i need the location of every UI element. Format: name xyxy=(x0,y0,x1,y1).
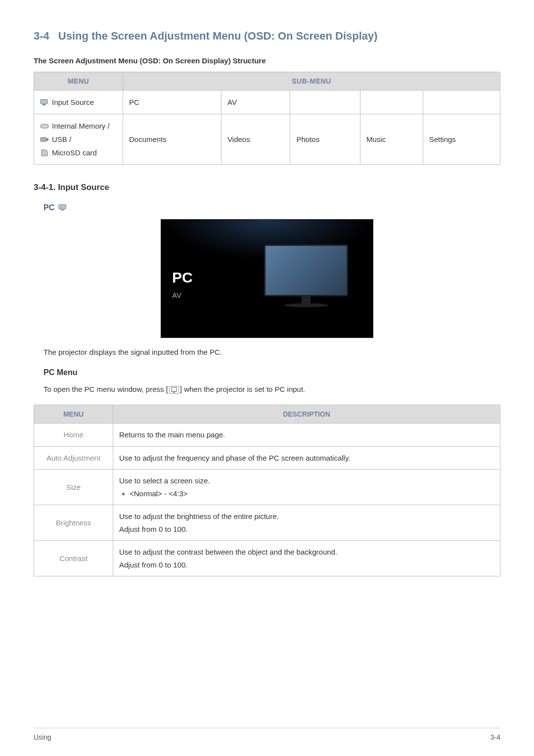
menu-description: Use to adjust the brightness of the enti… xyxy=(113,505,500,541)
page-footer: Using 3-4 xyxy=(34,728,500,741)
table-row: Contrast Use to adjust the contrast betw… xyxy=(34,541,500,576)
pc-menu-heading: PC Menu xyxy=(44,368,500,377)
pc-heading-text: PC xyxy=(44,203,54,212)
menu-description: Use to adjust the frequency and phase of… xyxy=(113,446,500,470)
table-row: Input Source PC AV xyxy=(34,91,500,114)
pc-description: The projector displays the signal inputt… xyxy=(44,347,500,358)
structure-th-menu: MENU xyxy=(34,72,123,91)
monitor-illustration xyxy=(264,244,348,307)
svg-rect-7 xyxy=(172,387,177,391)
desc-th-description: DESCRIPTION xyxy=(113,405,500,424)
menu-label: Input Source xyxy=(52,95,94,109)
svg-rect-8 xyxy=(173,392,175,393)
table-row: Home Returns to the main menu page. xyxy=(34,424,500,447)
table-row: Internal Memory / USB / MicroSD card xyxy=(34,114,500,165)
pc-menu-table: MENU DESCRIPTION Home Returns to the mai… xyxy=(34,405,500,576)
menu-description: Returns to the main menu page. xyxy=(113,424,500,447)
desc-line: Use to adjust the contrast between the o… xyxy=(119,546,494,559)
submenu-cell xyxy=(290,91,360,114)
osd-av-label: AV xyxy=(172,291,193,299)
svg-rect-5 xyxy=(59,205,66,209)
svg-rect-1 xyxy=(43,104,45,105)
menu-label: MicroSD card xyxy=(52,146,97,159)
structure-heading: The Screen Adjustment Menu (OSD: On Scre… xyxy=(34,56,500,65)
submenu-cell: Music xyxy=(360,114,423,165)
svg-rect-6 xyxy=(61,210,64,211)
structure-th-submenu: SUB-MENU xyxy=(123,72,500,91)
menu-button-icon xyxy=(169,386,179,394)
table-row: Size Use to select a screen size. <Norma… xyxy=(34,470,500,505)
section-number: 3-4 xyxy=(34,30,49,42)
menu-name: Home xyxy=(34,424,113,447)
desc-line: Adjust from 0 to 100. xyxy=(119,523,494,536)
pc-heading: PC xyxy=(44,203,500,212)
desc-line: Use to adjust the brightness of the enti… xyxy=(119,510,494,523)
submenu-cell xyxy=(423,91,500,114)
desc-th-menu: MENU xyxy=(34,405,113,424)
section-title-text: Using the Screen Adjustment Menu (OSD: O… xyxy=(58,30,378,42)
menu-name: Size xyxy=(34,470,113,505)
monitor-icon xyxy=(58,204,67,211)
submenu-cell: PC xyxy=(123,91,222,114)
submenu-cell: Videos xyxy=(222,114,290,165)
osd-screenshot: PC AV xyxy=(34,219,500,338)
menu-label: Internal Memory / xyxy=(52,119,110,133)
footer-right: 3-4 xyxy=(490,733,500,741)
page: 3-4Using the Screen Adjustment Menu (OSD… xyxy=(0,0,534,756)
desc-line: Use to select a screen size. xyxy=(119,474,494,487)
submenu-cell: Photos xyxy=(290,114,360,165)
menu-description: Use to select a screen size. <Normal> - … xyxy=(113,470,500,505)
disk-icon xyxy=(40,123,49,130)
menu-name: Brightness xyxy=(34,505,113,541)
intro-post: ] when the projector is set to PC input. xyxy=(180,385,305,393)
svg-rect-0 xyxy=(41,99,47,104)
monitor-icon xyxy=(40,99,49,106)
svg-rect-4 xyxy=(46,139,48,141)
menu-name: Contrast xyxy=(34,541,113,576)
intro-pre: To open the PC menu window, press [ xyxy=(44,385,168,393)
table-row: Brightness Use to adjust the brightness … xyxy=(34,505,500,541)
submenu-cell: Documents xyxy=(123,114,222,165)
osd-pc-label: PC xyxy=(172,269,193,286)
pc-menu-intro: To open the PC menu window, press [] whe… xyxy=(44,384,500,395)
submenu-cell xyxy=(360,91,423,114)
bullet-icon xyxy=(122,493,125,495)
svg-rect-2 xyxy=(41,124,48,128)
menu-label: USB / xyxy=(52,133,71,146)
sd-icon xyxy=(40,149,49,156)
input-source-heading: 3-4-1. Input Source xyxy=(34,183,500,192)
menu-name: Auto Adjustment xyxy=(34,446,113,470)
table-row: Auto Adjustment Use to adjust the freque… xyxy=(34,446,500,470)
section-title: 3-4Using the Screen Adjustment Menu (OSD… xyxy=(34,30,500,43)
submenu-cell: AV xyxy=(222,91,290,114)
usb-icon xyxy=(40,136,49,143)
structure-table: MENU SUB-MENU Input Source PC AV xyxy=(34,72,500,165)
svg-rect-3 xyxy=(41,138,46,142)
menu-description: Use to adjust the contrast between the o… xyxy=(113,541,500,576)
footer-left: Using xyxy=(34,733,51,741)
desc-line: Adjust from 0 to 100. xyxy=(119,559,494,571)
desc-bullet-text: <Normal> - <4:3> xyxy=(130,489,188,498)
submenu-cell: Settings xyxy=(423,114,500,165)
